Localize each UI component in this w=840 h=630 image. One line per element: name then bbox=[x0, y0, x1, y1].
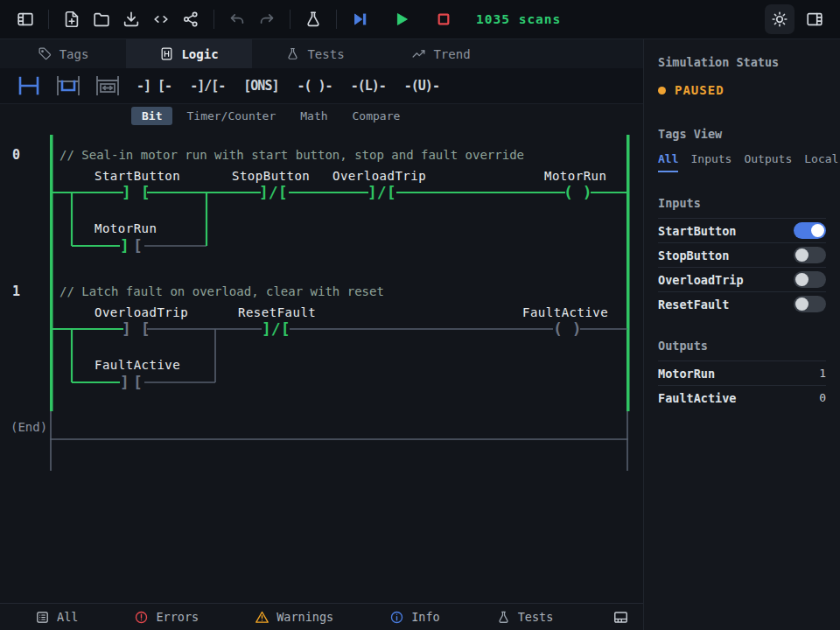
tagsview-tab-local[interactable]: Local bbox=[804, 152, 838, 172]
open-folder-button[interactable] bbox=[87, 4, 116, 34]
filter-all-button[interactable]: All bbox=[35, 610, 78, 625]
toggle-stopbutton[interactable] bbox=[794, 247, 826, 263]
branch-contact-close[interactable]: [ bbox=[133, 236, 143, 255]
ons-button[interactable]: [ONS] bbox=[237, 74, 284, 97]
panel-bottom-toggle-button[interactable] bbox=[612, 609, 629, 626]
add-branch-button[interactable] bbox=[52, 73, 85, 99]
tag-label[interactable]: MotorRun bbox=[94, 221, 157, 235]
tags-view-heading: Tags View bbox=[658, 127, 826, 141]
tag-label[interactable]: StopButton bbox=[232, 169, 310, 183]
end-rung-label: (End) bbox=[10, 420, 47, 434]
inputs-heading: Inputs bbox=[658, 196, 826, 218]
tags-view-tabs: All Inputs Outputs Local bbox=[658, 152, 826, 173]
panel-right-toggle-button[interactable] bbox=[800, 4, 830, 34]
code-view-button[interactable] bbox=[146, 4, 176, 34]
tab-trend[interactable]: Trend bbox=[378, 39, 504, 68]
tag-label[interactable]: FaultActive bbox=[94, 358, 180, 372]
subtab-math[interactable]: Math bbox=[290, 107, 338, 125]
add-rung-icon bbox=[15, 75, 43, 96]
theme-toggle-button[interactable] bbox=[765, 4, 794, 34]
tab-tags-label: Tags bbox=[60, 47, 89, 61]
instruction-category-tabs: Bit Timer/Counter Math Compare bbox=[0, 104, 643, 128]
run-button[interactable] bbox=[387, 4, 416, 34]
branch-contact-open[interactable]: ] bbox=[120, 236, 130, 255]
rung-comment[interactable]: // Seal-in motor run with start button, … bbox=[60, 148, 524, 162]
latch-coil-button[interactable]: -(L)- bbox=[345, 74, 392, 97]
coil-button[interactable]: -( )- bbox=[290, 74, 338, 97]
xio-contact-button[interactable]: -]/[- bbox=[184, 74, 231, 97]
tag-label[interactable]: OverloadTrip bbox=[332, 169, 426, 183]
branch-wire-inactive bbox=[144, 329, 215, 382]
xio-contact[interactable]: ]/[ bbox=[259, 183, 288, 201]
rung-number: 1 bbox=[12, 284, 20, 299]
output-tag-value: 0 bbox=[819, 391, 826, 404]
tag-label[interactable]: OverloadTrip bbox=[94, 305, 188, 319]
toolbar-divider bbox=[336, 10, 337, 29]
new-file-button[interactable] bbox=[57, 4, 87, 34]
input-tag-name: StartButton bbox=[658, 224, 736, 238]
tagsview-tab-all[interactable]: All bbox=[658, 152, 678, 172]
branch-contact-close[interactable]: [ bbox=[133, 373, 143, 391]
tag-label[interactable]: FaultActive bbox=[522, 305, 608, 319]
filter-tests-button[interactable]: Tests bbox=[496, 610, 554, 625]
tagsview-tab-inputs[interactable]: Inputs bbox=[690, 152, 732, 172]
toggle-overloadtrip[interactable] bbox=[794, 271, 826, 288]
xio-contact[interactable]: ]/[ bbox=[262, 319, 290, 338]
wire-stretch-button[interactable] bbox=[91, 73, 124, 99]
output-coil[interactable]: ( ) bbox=[564, 183, 592, 201]
output-coil[interactable]: ( ) bbox=[553, 319, 582, 338]
flask-icon bbox=[304, 10, 323, 29]
branch-wire-energized bbox=[72, 329, 120, 382]
toggle-knob bbox=[795, 298, 808, 311]
filter-tests-label: Tests bbox=[518, 610, 554, 624]
stop-icon bbox=[434, 10, 453, 29]
xic-contact[interactable]: ] [ bbox=[122, 183, 150, 201]
undo-button[interactable] bbox=[222, 4, 252, 34]
subtab-timer-counter[interactable]: Timer/Counter bbox=[176, 107, 286, 125]
input-row: ResetFault bbox=[658, 291, 826, 316]
toggle-resetfault[interactable] bbox=[794, 296, 826, 312]
share-icon bbox=[181, 10, 200, 29]
filter-warnings-button[interactable]: Warnings bbox=[255, 610, 333, 625]
filter-errors-button[interactable]: Errors bbox=[134, 610, 199, 625]
branch-contact-open[interactable]: ] bbox=[120, 373, 130, 391]
output-tag-name: MotorRun bbox=[658, 367, 715, 381]
ladder-canvas[interactable]: 0 // Seal-in motor run with start button… bbox=[0, 128, 643, 603]
step-scan-button[interactable] bbox=[345, 4, 374, 34]
add-rung-button[interactable] bbox=[12, 73, 46, 99]
stop-button[interactable] bbox=[429, 4, 458, 34]
subtab-bit[interactable]: Bit bbox=[131, 107, 172, 125]
rung-comment[interactable]: // Latch fault on overload, clear with r… bbox=[60, 284, 384, 298]
panel-left-toggle-button[interactable] bbox=[10, 4, 40, 34]
tab-tags[interactable]: Tags bbox=[0, 39, 126, 68]
paused-dot-icon bbox=[658, 87, 666, 94]
tag-label[interactable]: ResetFault bbox=[238, 305, 316, 319]
xic-contact-button[interactable]: -] [- bbox=[130, 74, 178, 97]
unlatch-coil-button[interactable]: -(U)- bbox=[398, 74, 445, 97]
input-row: OverloadTrip bbox=[658, 267, 826, 291]
tab-logic[interactable]: Logic bbox=[126, 39, 252, 68]
output-row: MotorRun 1 bbox=[658, 360, 826, 385]
toggle-knob bbox=[811, 224, 824, 237]
code-icon bbox=[151, 10, 171, 29]
info-icon bbox=[389, 610, 404, 625]
simulation-sidebar: Simulation Status PAUSED Tags View All I… bbox=[643, 39, 840, 630]
toggle-startbutton[interactable] bbox=[794, 222, 826, 239]
filter-info-button[interactable]: Info bbox=[389, 610, 440, 625]
share-button[interactable] bbox=[176, 4, 206, 34]
toolbar-divider bbox=[48, 10, 49, 29]
instruction-palette: -] [- -]/[- [ONS] -( )- -(L)- -(U)- bbox=[0, 68, 643, 104]
save-download-button[interactable] bbox=[116, 4, 146, 34]
redo-icon bbox=[257, 10, 276, 29]
subtab-compare[interactable]: Compare bbox=[342, 107, 411, 125]
input-tag-name: ResetFault bbox=[658, 298, 729, 312]
tab-tests[interactable]: Tests bbox=[252, 39, 378, 68]
tag-label[interactable]: MotorRun bbox=[544, 169, 606, 183]
tagsview-tab-outputs[interactable]: Outputs bbox=[744, 152, 792, 172]
xic-contact[interactable]: ] [ bbox=[122, 319, 150, 338]
test-run-button[interactable] bbox=[298, 4, 328, 34]
add-branch-icon bbox=[54, 75, 82, 96]
tag-label[interactable]: StartButton bbox=[94, 169, 180, 183]
redo-button[interactable] bbox=[252, 4, 282, 34]
xio-contact[interactable]: ]/[ bbox=[368, 183, 396, 201]
